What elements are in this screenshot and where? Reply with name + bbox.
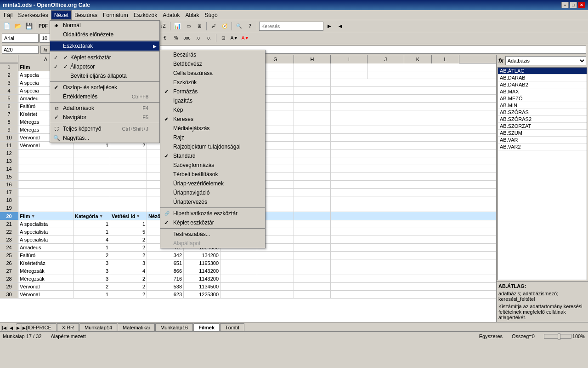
sub-betubuvesz[interactable]: Betűbűvész — [160, 59, 265, 69]
help-icon[interactable]: ? — [245, 21, 255, 31]
cell-d29[interactable]: 538 — [147, 283, 184, 290]
sub-urlapnavigacio[interactable]: Úrlapnavigáció — [160, 188, 265, 197]
cell-a12[interactable] — [18, 150, 74, 157]
menu-page-preview[interactable]: Oldaltörés előnézete — [50, 30, 159, 39]
minimize-button[interactable]: − — [561, 2, 569, 8]
new-icon[interactable]: 📄 — [2, 21, 12, 31]
cell-d26[interactable]: 651 — [147, 259, 184, 267]
tab-xirr[interactable]: XIRR — [57, 323, 79, 331]
menu-help[interactable]: Súgó — [202, 10, 220, 20]
menu-data[interactable]: Adatok — [160, 10, 182, 20]
menu-input-status[interactable]: Beviteli eljárás állapota — [50, 71, 159, 80]
menu-fullscreen[interactable]: ⛶ Teljes képernyő Ctrl+Shift+J — [50, 124, 159, 133]
sub-keplet-eszkoztar[interactable]: ✓ Képlet eszköztár — [160, 218, 265, 227]
sub-szovegformazas[interactable]: Szövegformázás — [160, 161, 265, 170]
maximize-button[interactable]: □ — [570, 2, 577, 8]
filter-arrow-a[interactable]: ▼ — [31, 214, 35, 218]
zoom-icon[interactable]: 🔍 — [234, 21, 244, 31]
func-item-abszoras2[interactable]: AB.SZÓRÁS2 — [498, 116, 587, 123]
tab-munkalap14[interactable]: Munkalap14 — [79, 323, 117, 331]
cell-c27[interactable]: 4 — [110, 267, 147, 275]
cell-a18[interactable] — [18, 196, 74, 204]
cell-b21[interactable]: 1 — [74, 220, 110, 228]
cell-a27[interactable]: Méregzsák — [18, 267, 74, 275]
cell-e26[interactable]: 1195300 — [184, 259, 220, 267]
cell-a19[interactable] — [18, 204, 74, 212]
sub-rajz[interactable]: Rajz — [160, 133, 265, 142]
sub-testreszabas[interactable]: Testreszabás... — [160, 230, 265, 239]
navigator-icon[interactable]: 🧭 — [220, 21, 230, 31]
func-item-abszoras[interactable]: AB.SZÓRÁS — [498, 109, 587, 116]
borders-icon[interactable]: ⊡ — [218, 33, 228, 43]
sub-igazitas[interactable]: Igazítás — [160, 96, 265, 105]
col-h[interactable]: H — [294, 55, 331, 63]
cell-a30[interactable]: Vérvonal — [18, 291, 74, 298]
sub-cella-beszuras[interactable]: Cella beszúrása — [160, 69, 265, 78]
col-l[interactable]: L — [432, 55, 459, 63]
font-name-input[interactable] — [2, 34, 39, 43]
cell-a13[interactable] — [18, 157, 74, 165]
cell-c24[interactable]: 2 — [110, 244, 147, 251]
font-color-icon[interactable]: A▼ — [240, 33, 250, 43]
cell-a16[interactable] — [18, 181, 74, 188]
cell-c29[interactable]: 2 — [110, 283, 147, 290]
sub-beszuras[interactable]: Beszúrás — [160, 50, 265, 59]
cell-b26[interactable]: 3 — [74, 259, 110, 267]
func-item-abdarab[interactable]: AB.DARAB — [498, 75, 587, 81]
cell-a21[interactable]: A specialista — [18, 220, 74, 228]
tab-next-button[interactable]: ▶ — [15, 325, 21, 331]
cell-b20[interactable]: Kategória ▼ — [74, 212, 110, 220]
cell-a25[interactable]: Falfúró — [18, 252, 74, 259]
cell-c26[interactable]: 3 — [110, 259, 147, 267]
col-k[interactable]: K — [404, 55, 432, 63]
table-icon[interactable]: ⊞ — [194, 21, 204, 31]
search-go-icon[interactable]: ▶ — [324, 21, 334, 31]
cell-e30[interactable]: 1225300 — [184, 291, 220, 298]
close-button[interactable]: ✕ — [578, 2, 585, 8]
func-item-abvar2[interactable]: AB.VAR2 — [498, 144, 587, 150]
thousands-icon[interactable]: 000 — [182, 33, 192, 43]
cell-a23[interactable]: A specialista — [18, 236, 74, 243]
percent-icon[interactable]: % — [171, 33, 181, 43]
cell-d28[interactable]: 716 — [147, 275, 184, 282]
cell-b27[interactable]: 3 — [74, 267, 110, 275]
menu-format[interactable]: Formátum — [100, 10, 131, 20]
tab-filmek[interactable]: Filmek — [193, 323, 220, 331]
filter-arrow-c[interactable]: ▼ — [136, 214, 140, 218]
cell-e28[interactable]: 1143200 — [184, 275, 220, 282]
cell-a14[interactable] — [18, 165, 74, 172]
menu-normal[interactable]: ● Normál — [50, 21, 159, 30]
func-item-abmin[interactable]: AB.MIN — [498, 102, 587, 109]
save-icon[interactable]: 💾 — [24, 21, 34, 31]
filter-arrow-b[interactable]: ▼ — [99, 214, 103, 218]
function-category-select[interactable]: Adatbázis — [505, 56, 586, 65]
draw-icon[interactable]: ▭ — [183, 21, 193, 31]
sub-rajzobjektum[interactable]: Rajzobjektum tulajdonságai — [160, 142, 265, 151]
menu-file[interactable]: Fájl — [1, 10, 15, 20]
cell-c23[interactable]: 2 — [110, 236, 147, 243]
cell-c21[interactable]: 1 — [110, 220, 147, 228]
menu-datasources[interactable]: 🗂 Adatforrások F4 — [50, 104, 159, 113]
func-item-abmezo[interactable]: AB.MEZŐ — [498, 95, 587, 102]
cell-b25[interactable]: 2 — [74, 252, 110, 259]
sub-formazas[interactable]: ✓ Formázás — [160, 87, 265, 96]
cell-e29[interactable]: 1134500 — [184, 283, 220, 290]
sub-kereses[interactable]: ✓ Keresés — [160, 115, 265, 124]
tab-tombl[interactable]: Tömbl — [220, 323, 244, 331]
sub-hiper[interactable]: 🔗 Hiperhivatkozás eszköztár — [160, 209, 265, 218]
chart-icon[interactable]: 📊 — [172, 21, 182, 31]
cell-a20[interactable]: Film ▼ — [18, 212, 74, 220]
menu-insert[interactable]: Beszúrás — [72, 10, 100, 20]
search-prev-icon[interactable]: ◀ — [335, 21, 345, 31]
cell-c22[interactable]: 5 — [110, 228, 147, 236]
sub-terbeli[interactable]: Térbeli beállítások — [160, 170, 265, 179]
menu-tools[interactable]: Eszközök — [131, 10, 160, 20]
sub-alapallapot[interactable]: Alapállapot — [160, 239, 265, 248]
open-icon[interactable]: 📂 — [13, 21, 23, 31]
cell-b29[interactable]: 2 — [74, 283, 110, 290]
cell-c30[interactable]: 2 — [110, 291, 147, 298]
cell-d25[interactable]: 342 — [147, 252, 184, 259]
menu-toolbars[interactable]: Eszköztárak — [50, 41, 159, 51]
menu-view[interactable]: Nézet — [51, 10, 72, 20]
show-draw-icon[interactable]: 🖊 — [209, 21, 219, 31]
